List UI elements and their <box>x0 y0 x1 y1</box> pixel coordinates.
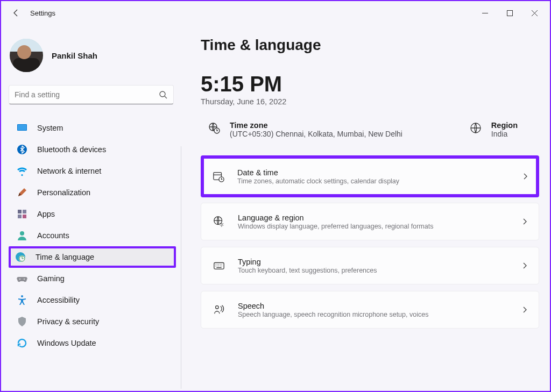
card-subtitle: Windows display language, preferred lang… <box>238 223 507 230</box>
maximize-button[interactable] <box>497 4 522 22</box>
card-title: Language & region <box>238 213 507 222</box>
svg-point-13 <box>19 279 20 280</box>
card-title: Date & time <box>237 168 508 177</box>
main-content: Time & language 5:15 PM Thursday, June 1… <box>181 25 550 391</box>
search-input[interactable] <box>15 90 158 99</box>
svg-point-9 <box>20 231 24 236</box>
keyboard-icon <box>213 259 225 272</box>
sidebar-item-privacy[interactable]: Privacy & security <box>9 311 176 332</box>
sidebar-item-bluetooth[interactable]: Bluetooth & devices <box>9 139 176 160</box>
globe-lang-icon: 字 <box>213 215 225 228</box>
profile-name: Pankil Shah <box>52 51 97 60</box>
sidebar-item-network[interactable]: Network & internet <box>9 160 176 182</box>
sidebar-item-accessibility[interactable]: Accessibility <box>9 289 176 311</box>
arrow-left-icon <box>12 9 20 17</box>
card-subtitle: Speech language, speech recognition micr… <box>238 311 507 318</box>
window-controls <box>472 4 547 22</box>
globe-icon <box>470 122 482 134</box>
svg-rect-3 <box>18 125 26 130</box>
svg-point-1 <box>160 91 165 97</box>
timezone-value: (UTC+05:30) Chennai, Kolkata, Mumbai, Ne… <box>230 130 402 138</box>
sidebar-item-gaming[interactable]: Gaming <box>9 268 176 289</box>
search-input-container[interactable] <box>9 85 174 104</box>
sidebar-item-system[interactable]: System <box>9 117 176 139</box>
sidebar-item-label: Time & language <box>36 253 94 261</box>
sidebar-item-label: Accounts <box>37 231 69 240</box>
clock-globe-icon <box>15 252 26 262</box>
sidebar-item-label: Windows Update <box>37 339 96 347</box>
sidebar-item-label: Personalization <box>37 188 90 197</box>
close-button[interactable] <box>522 4 547 22</box>
chevron-right-icon <box>520 218 529 225</box>
timezone-title: Time zone <box>230 121 402 130</box>
sidebar-item-label: System <box>37 124 63 132</box>
sidebar-nav: System Bluetooth & devices Network & int… <box>9 117 178 391</box>
shield-icon <box>17 316 27 327</box>
maximize-icon <box>507 10 513 16</box>
sidebar-item-label: Network & internet <box>37 167 101 175</box>
titlebar: Settings <box>1 1 550 25</box>
speech-icon <box>213 303 225 316</box>
wifi-icon <box>17 166 27 176</box>
svg-rect-8 <box>23 215 26 218</box>
sidebar-item-time-language[interactable]: Time & language <box>9 246 176 268</box>
card-typing[interactable]: Typing Touch keyboard, text suggestions,… <box>201 247 539 284</box>
bluetooth-icon <box>17 144 27 155</box>
svg-rect-0 <box>507 10 512 16</box>
card-language-region[interactable]: 字 Language & region Windows display lang… <box>201 203 539 240</box>
person-icon <box>17 230 27 241</box>
sidebar-item-label: Bluetooth & devices <box>37 145 106 154</box>
chevron-right-icon <box>521 173 529 180</box>
svg-point-24 <box>216 306 219 309</box>
avatar <box>10 39 43 72</box>
card-speech[interactable]: Speech Speech language, speech recogniti… <box>201 291 539 329</box>
svg-rect-7 <box>18 215 22 218</box>
page-title: Time & language <box>201 37 539 54</box>
search-icon <box>158 90 168 99</box>
monitor-icon <box>17 123 27 133</box>
card-title: Speech <box>238 302 507 310</box>
chevron-right-icon <box>520 262 529 269</box>
update-icon <box>17 338 27 348</box>
gamepad-icon <box>17 273 27 284</box>
sidebar-item-accounts[interactable]: Accounts <box>9 225 176 246</box>
info-row: Time zone (UTC+05:30) Chennai, Kolkata, … <box>208 121 539 138</box>
minimize-button[interactable] <box>472 4 497 22</box>
sidebar-divider <box>181 146 181 389</box>
sidebar-item-label: Privacy & security <box>37 317 99 326</box>
sidebar-item-label: Gaming <box>37 274 65 283</box>
region-title: Region <box>491 121 518 130</box>
date-display: Thursday, June 16, 2022 <box>201 97 539 106</box>
sidebar-item-apps[interactable]: Apps <box>9 203 176 225</box>
card-subtitle: Time zones, automatic clock settings, ca… <box>237 177 508 185</box>
accessibility-icon <box>17 295 27 305</box>
sidebar: Pankil Shah System Bluetooth & devices N… <box>1 25 181 391</box>
region-block: Region India <box>470 121 518 138</box>
close-icon <box>532 10 538 16</box>
sidebar-item-personalization[interactable]: Personalization <box>9 182 176 203</box>
profile-block[interactable]: Pankil Shah <box>9 35 178 85</box>
sidebar-item-label: Accessibility <box>37 296 80 304</box>
globe-clock-icon <box>208 122 220 134</box>
svg-point-15 <box>21 295 23 297</box>
calendar-clock-icon <box>213 170 224 183</box>
window-title: Settings <box>30 9 55 17</box>
svg-rect-5 <box>18 210 22 213</box>
region-value: India <box>491 130 518 138</box>
apps-icon <box>17 209 27 219</box>
sidebar-item-label: Apps <box>37 210 55 218</box>
back-button[interactable] <box>8 4 25 22</box>
sidebar-item-windows-update[interactable]: Windows Update <box>9 332 176 354</box>
clock-display: 5:15 PM <box>201 72 539 96</box>
chevron-right-icon <box>520 306 529 313</box>
card-date-time[interactable]: Date & time Time zones, automatic clock … <box>201 155 539 197</box>
svg-point-14 <box>24 279 25 280</box>
card-subtitle: Touch keyboard, text suggestions, prefer… <box>238 267 507 274</box>
card-title: Typing <box>238 258 507 266</box>
brush-icon <box>17 187 27 198</box>
svg-rect-6 <box>23 210 26 213</box>
timezone-block: Time zone (UTC+05:30) Chennai, Kolkata, … <box>208 121 402 138</box>
svg-text:字: 字 <box>220 223 224 227</box>
minimize-icon <box>482 10 488 16</box>
